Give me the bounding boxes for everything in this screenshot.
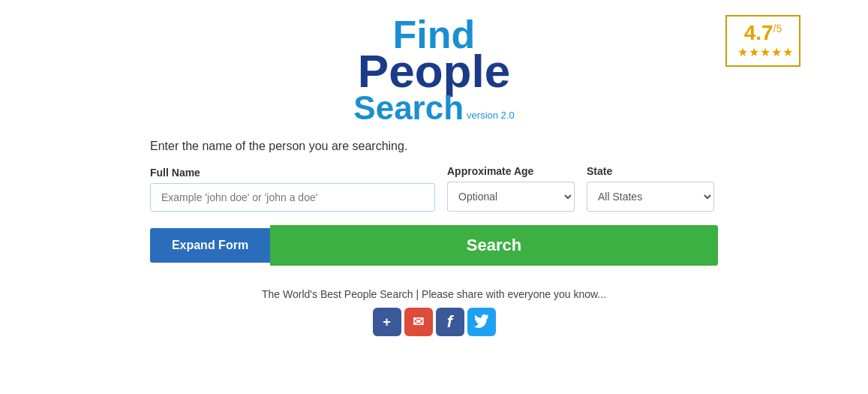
expand-button[interactable]: Expand Form: [150, 228, 270, 263]
fullname-label: Full Name: [150, 167, 435, 179]
footer-text: The World's Best People Search | Please …: [0, 288, 868, 300]
fullname-input[interactable]: [150, 183, 435, 212]
rating-number: 4.7/5: [737, 23, 788, 44]
rating-box: 4.7/5 ★★★★★: [725, 15, 800, 67]
age-group: Approximate Age Optional 18-25 26-35 36-…: [447, 165, 575, 212]
header: Find People Search version 2.0 4.7/5 ★★★…: [0, 0, 868, 132]
logo-version: version 2.0: [467, 110, 515, 120]
share-button[interactable]: +: [373, 308, 401, 336]
twitter-button[interactable]: [467, 308, 496, 336]
age-select[interactable]: Optional 18-25 26-35 36-45 46-55 56-65 6…: [447, 182, 575, 212]
email-button[interactable]: ✉: [404, 308, 433, 336]
facebook-button[interactable]: f: [436, 308, 464, 336]
fullname-group: Full Name: [150, 167, 435, 212]
rating-stars: ★★★★★: [737, 45, 788, 59]
state-label: State: [587, 165, 714, 177]
form-area: Full Name Approximate Age Optional 18-25…: [0, 165, 868, 266]
social-icons: + ✉ f: [0, 308, 868, 336]
search-button[interactable]: Search: [270, 225, 718, 266]
state-select[interactable]: All States Alabama Alaska Arizona Arkans…: [587, 182, 714, 212]
subtitle: Enter the name of the person you are sea…: [0, 132, 868, 165]
form-fields: Full Name Approximate Age Optional 18-25…: [150, 165, 718, 212]
state-group: State All States Alabama Alaska Arizona …: [587, 165, 714, 212]
age-label: Approximate Age: [447, 165, 575, 177]
logo-search-text: Search: [353, 92, 464, 125]
buttons-row: Expand Form Search: [150, 225, 718, 266]
logo: Find People Search version 2.0: [353, 15, 514, 125]
logo-people: People: [353, 48, 514, 95]
